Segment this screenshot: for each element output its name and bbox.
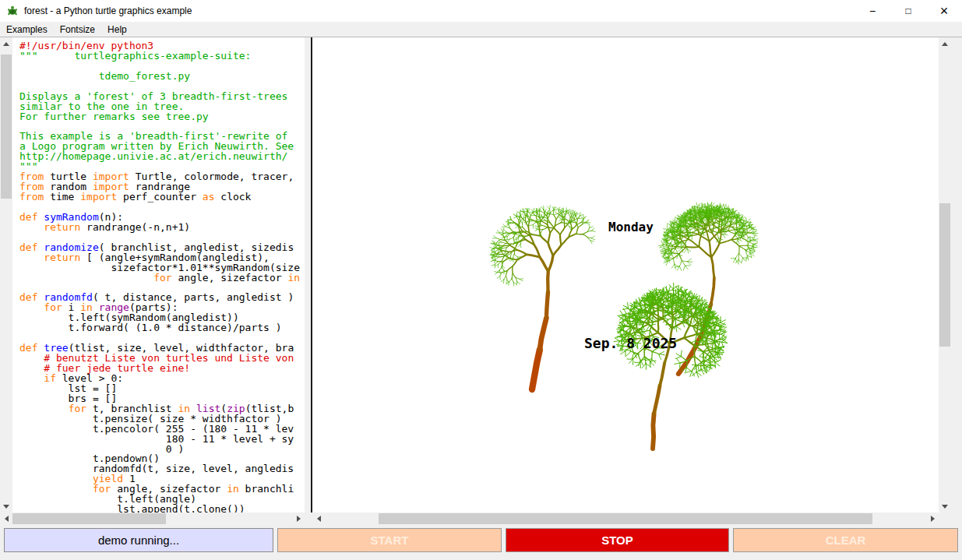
code-editor[interactable]: #!/usr/bin/env python3""" turtlegraphics… [12, 37, 305, 512]
code-line: return randrange(-n,n+1) [19, 223, 305, 233]
editor-scroll-left-button[interactable] [0, 512, 12, 525]
tree-branches-level-10 [540, 318, 547, 350]
canvas-scroll-right-button[interactable] [926, 512, 939, 525]
canvas-scroll-left-button[interactable] [312, 512, 325, 525]
canvas-scroll-down-button[interactable] [939, 500, 951, 512]
arrow-up-icon [3, 39, 9, 46]
menu-bar: Examples Fontsize Help [0, 22, 962, 37]
arrow-right-icon [931, 516, 938, 522]
canvas-scroll-up-button[interactable] [939, 37, 951, 50]
tree-branches-level-8 [548, 272, 548, 293]
status-label: demo running... [4, 528, 273, 552]
turtledemo-window: forest - a Python turtle graphics exampl… [0, 0, 962, 560]
arrow-left-icon [314, 516, 321, 522]
editor-vscrollbar[interactable] [0, 37, 12, 512]
menu-help[interactable]: Help [101, 23, 133, 37]
turtle-app-icon [6, 5, 19, 17]
canvas-label: Sep. 8 2025 [584, 335, 677, 351]
arrow-up-icon [942, 39, 948, 46]
canvas-label: Monday [608, 220, 654, 234]
canvas-hscroll-thumb[interactable] [379, 513, 872, 524]
hscroll-row [0, 512, 962, 525]
close-button[interactable]: × [926, 0, 962, 22]
tree-branches-level-9 [546, 292, 548, 318]
code-line: http://homepage.univie.ac.at/erich.neuwi… [19, 152, 305, 162]
editor-scroll-up-button[interactable] [0, 37, 12, 50]
arrow-down-icon [942, 505, 948, 512]
window-controls: − □ × [855, 0, 962, 22]
right-margin [951, 37, 962, 512]
editor-vscroll-thumb[interactable] [1, 55, 12, 199]
canvas-vscroll-thumb[interactable] [939, 203, 950, 347]
stop-button[interactable]: STOP [506, 528, 729, 552]
maximize-button[interactable]: □ [890, 0, 926, 22]
menu-fontsize[interactable]: Fontsize [54, 23, 101, 37]
tree-branches-level-7 [660, 362, 664, 386]
arrow-left-icon [2, 516, 9, 522]
tree-branches-level-8 [654, 386, 661, 414]
arrow-right-icon [297, 516, 304, 522]
tree [490, 206, 595, 389]
scrollbar-corner [305, 512, 312, 525]
code-line: For further remarks see tree.py [19, 112, 305, 122]
tree-branches-level-7 [540, 255, 553, 271]
arrow-down-icon [3, 505, 9, 512]
tree-branches-level-6 [527, 243, 561, 257]
canvas-hscroll-track[interactable] [325, 512, 926, 525]
tree-branches-level-5 [699, 241, 720, 258]
title-bar: forest - a Python turtle graphics exampl… [0, 0, 962, 22]
canvas-frame: MondaySep. 8 2025 [312, 37, 939, 512]
clear-button[interactable]: CLEAR [733, 528, 958, 552]
editor-scroll-down-button[interactable] [0, 500, 12, 512]
main-area: #!/usr/bin/env python3""" turtlegraphics… [0, 37, 962, 512]
tree-branches-level-7 [711, 278, 714, 305]
code-line: from time import perf_counter as clock [19, 192, 305, 203]
scrollbar-corner [939, 512, 962, 525]
panel-divider [305, 37, 312, 512]
editor-hscroll-thumb[interactable] [12, 513, 166, 524]
editor-hscroll-track[interactable] [12, 512, 292, 525]
code-line: t.forward( (1.0 * distance)/parts ) [19, 323, 305, 333]
canvas-hscrollbar[interactable] [312, 512, 939, 525]
minimize-button[interactable]: − [855, 0, 890, 22]
bottom-bar: demo running... START STOP CLEAR [0, 525, 962, 560]
code-line: lst.append(t.clone()) [19, 505, 305, 512]
window-title: forest - a Python turtle graphics exampl… [24, 5, 192, 16]
start-button[interactable]: START [277, 528, 502, 552]
code-line: for angle, sizefactor in [19, 273, 305, 284]
code-line: """ turtlegraphics-example-suite: [19, 51, 305, 62]
canvas-vscrollbar[interactable] [939, 37, 951, 512]
code-line: tdemo_forest.py [19, 72, 305, 82]
canvas-vscroll-track[interactable] [939, 50, 951, 500]
editor-vscroll-track[interactable] [0, 50, 12, 500]
tree-branches-level-6 [711, 257, 714, 277]
editor-scroll-right-button[interactable] [292, 512, 305, 525]
tree-branches-level-9 [653, 414, 654, 449]
tree-branches-level-11 [532, 350, 540, 389]
editor-hscrollbar[interactable] [0, 512, 305, 525]
turtle-canvas: MondaySep. 8 2025 [312, 37, 939, 512]
menu-examples[interactable]: Examples [0, 23, 54, 37]
